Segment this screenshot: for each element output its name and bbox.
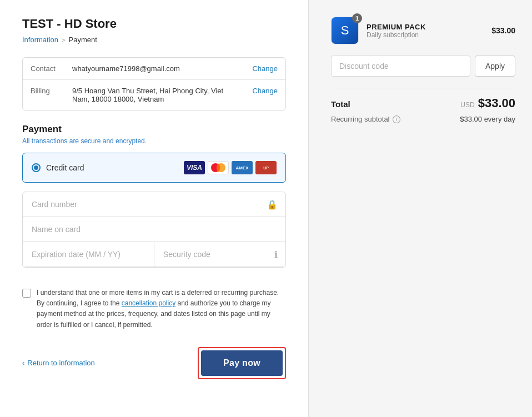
billing-change-link[interactable]: Change — [252, 87, 278, 95]
security-input[interactable] — [154, 242, 285, 267]
card-form: 🔒 ℹ — [22, 192, 286, 268]
product-price: $33.00 — [491, 26, 515, 35]
return-chevron-icon: ‹ — [22, 359, 24, 367]
unionpay-icon: UP — [255, 161, 277, 174]
discount-row: Apply — [331, 56, 515, 77]
radio-dot — [34, 165, 38, 170]
name-on-card-row — [23, 217, 285, 242]
total-amount: USD $33.00 — [460, 96, 515, 110]
card-icons: VISA AMEX UP — [184, 161, 277, 174]
breadcrumb-info-link[interactable]: Information — [22, 36, 58, 44]
consent-checkbox[interactable] — [22, 289, 31, 298]
payment-title: Payment — [22, 124, 286, 135]
credit-card-option[interactable]: Credit card VISA AMEX UP — [23, 153, 285, 182]
total-row: Total USD $33.00 — [331, 96, 515, 110]
contact-value: whatyourname71998@gmail.com — [72, 64, 241, 73]
consent-text: I understand that one or more items in m… — [37, 288, 286, 330]
billing-value: 9/5 Hoang Van Thu Street, Hai Phong City… — [72, 87, 241, 103]
product-info: PREMIUM PACK Daily subscription — [367, 23, 484, 39]
credit-card-radio[interactable] — [32, 163, 41, 172]
security-info-icon[interactable]: ℹ — [274, 249, 278, 260]
recurring-label-text: Recurring subtotal — [331, 115, 390, 123]
pay-now-button[interactable]: Pay now — [201, 350, 283, 376]
payment-options: Credit card VISA AMEX UP — [22, 153, 286, 183]
svg-point-2 — [217, 164, 220, 172]
discount-input[interactable] — [331, 56, 470, 77]
visa-icon: VISA — [184, 161, 205, 174]
recurring-row: Recurring subtotal i $33.00 every day — [331, 115, 515, 123]
card-number-input[interactable] — [23, 192, 285, 217]
left-panel: TEST - HD Store Information > Payment Co… — [0, 0, 308, 417]
divider — [331, 88, 515, 88]
payment-subtitle: All transactions are secure and encrypte… — [22, 137, 286, 145]
contact-label: Contact — [31, 64, 61, 73]
apply-button[interactable]: Apply — [475, 56, 515, 77]
billing-row: Billing 9/5 Hoang Van Thu Street, Hai Ph… — [23, 79, 285, 110]
mastercard-icon — [208, 161, 229, 174]
recurring-info-icon[interactable]: i — [393, 115, 400, 123]
store-title: TEST - HD Store — [22, 17, 286, 31]
recurring-label: Recurring subtotal i — [331, 115, 400, 123]
contact-change-link[interactable]: Change — [252, 64, 278, 73]
pay-now-wrapper: Pay now — [198, 347, 286, 379]
security-half: ℹ — [154, 242, 285, 267]
breadcrumb: Information > Payment — [22, 36, 286, 44]
product-sub: Daily subscription — [367, 31, 484, 39]
return-to-info-link[interactable]: ‹ Return to information — [22, 359, 95, 367]
card-row-expiry-security: ℹ — [23, 242, 285, 267]
product-icon-wrap: S 1 — [331, 17, 359, 44]
consent-area: I understand that one or more items in m… — [22, 279, 286, 330]
product-name: PREMIUM PACK — [367, 23, 484, 31]
breadcrumb-current: Payment — [68, 36, 97, 44]
billing-label: Billing — [31, 87, 61, 95]
expiry-half — [23, 242, 154, 267]
bottom-actions: ‹ Return to information Pay now — [22, 347, 286, 379]
expiry-input[interactable] — [23, 242, 154, 267]
total-label: Total — [331, 99, 350, 109]
amex-icon: AMEX — [232, 161, 253, 174]
right-panel: S 1 PREMIUM PACK Daily subscription $33.… — [308, 0, 532, 417]
credit-card-label: Credit card — [46, 163, 178, 172]
contact-row: Contact whatyourname71998@gmail.com Chan… — [23, 58, 285, 79]
lock-icon: 🔒 — [267, 199, 278, 210]
name-on-card-input[interactable] — [23, 217, 285, 242]
card-number-row: 🔒 — [23, 192, 285, 217]
product-badge: 1 — [352, 13, 362, 23]
breadcrumb-separator: > — [62, 37, 65, 43]
return-label: Return to information — [27, 359, 94, 367]
recurring-value: $33.00 every day — [460, 115, 515, 123]
product-row: S 1 PREMIUM PACK Daily subscription $33.… — [331, 17, 515, 44]
cancellation-policy-link[interactable]: cancellation policy — [122, 299, 175, 307]
info-box: Contact whatyourname71998@gmail.com Chan… — [22, 57, 286, 110]
total-currency: USD — [460, 101, 474, 109]
total-value: $33.00 — [478, 96, 515, 110]
